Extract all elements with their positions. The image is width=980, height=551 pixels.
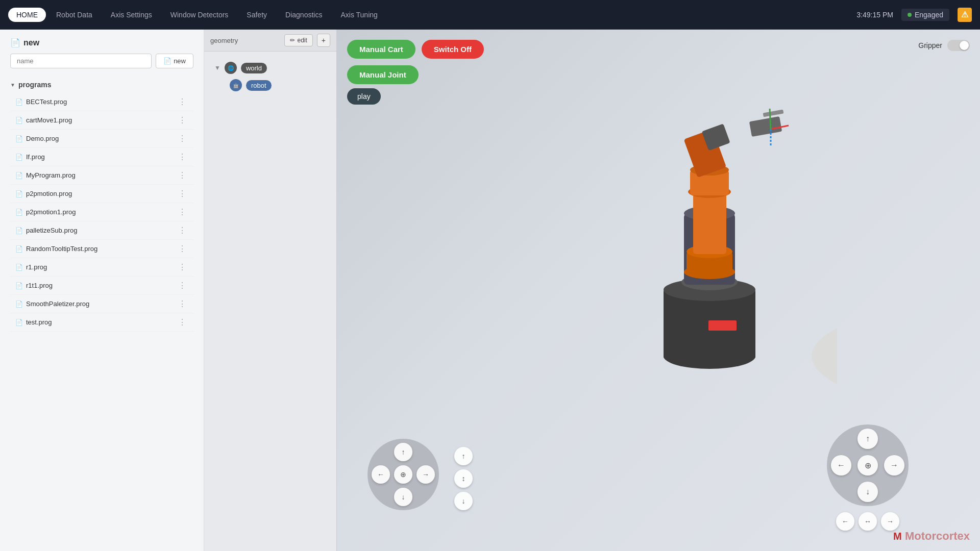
prog-name-text: BECTest.prog bbox=[26, 98, 67, 106]
control-bar: Manual Cart Switch Off bbox=[347, 40, 484, 59]
robot-label: robot bbox=[246, 80, 272, 91]
hpad-left-btn[interactable]: ← bbox=[836, 512, 854, 531]
file-icon: 📄 bbox=[15, 190, 23, 197]
manual-cart-button[interactable]: Manual Cart bbox=[347, 40, 415, 59]
new-section-label: 📄 new bbox=[10, 38, 193, 47]
list-item[interactable]: 📄Demo.prog ⋮ bbox=[10, 130, 193, 148]
joystick-mid: ↑ ↕ ↓ bbox=[454, 447, 473, 510]
new-button[interactable]: 📄 new bbox=[156, 54, 193, 68]
mid-content: ▼ 🌐 world 🤖 robot bbox=[204, 52, 336, 551]
edit-label: edit bbox=[297, 37, 307, 44]
jpad-lg-down-btn[interactable]: ↓ bbox=[857, 482, 878, 502]
tree-node-robot[interactable]: 🤖 robot bbox=[230, 79, 326, 91]
list-item[interactable]: 📄palletizeSub.prog ⋮ bbox=[10, 221, 193, 240]
prog-menu-btn[interactable]: ⋮ bbox=[176, 299, 188, 309]
tree-node-world[interactable]: ▼ 🌐 world bbox=[214, 62, 326, 74]
prog-menu-btn[interactable]: ⋮ bbox=[176, 281, 188, 290]
play-button[interactable]: play bbox=[347, 88, 381, 105]
prog-name-text: Demo.prog bbox=[26, 135, 59, 142]
gripper-toggle[interactable] bbox=[947, 40, 970, 51]
list-item[interactable]: 📄r1t1.prog ⋮ bbox=[10, 277, 193, 295]
gripper-label: Gripper bbox=[918, 41, 942, 49]
engaged-badge: Engaged bbox=[901, 9, 949, 21]
list-item[interactable]: 📄MyProgram.prog ⋮ bbox=[10, 166, 193, 185]
jpad-up-btn[interactable]: ↑ bbox=[394, 443, 412, 461]
jpad-lg-left-btn[interactable]: ← bbox=[831, 455, 851, 475]
hpad-right-btn[interactable]: → bbox=[881, 512, 899, 531]
jpad-center-btn[interactable]: ⊕ bbox=[394, 465, 412, 484]
list-item[interactable]: 📄SmoothPaletizer.prog ⋮ bbox=[10, 295, 193, 313]
nav-robot-data[interactable]: Robot Data bbox=[48, 8, 101, 22]
vpad-center-btn[interactable]: ↕ bbox=[454, 469, 473, 488]
list-item[interactable]: 📄test.prog ⋮ bbox=[10, 313, 193, 332]
vpad-down-btn[interactable]: ↓ bbox=[454, 492, 473, 510]
prog-menu-btn[interactable]: ⋮ bbox=[176, 115, 188, 125]
nav-axis-tuning[interactable]: Axis Tuning bbox=[332, 8, 385, 22]
nav-axis-settings[interactable]: Axis Settings bbox=[103, 8, 160, 22]
jpad-right-btn[interactable]: → bbox=[416, 465, 435, 484]
file-icon: 📄 bbox=[10, 38, 20, 47]
svg-point-21 bbox=[812, 295, 837, 402]
manual-joint-button[interactable]: Manual Joint bbox=[347, 65, 419, 84]
file-icon: 📄 bbox=[15, 264, 23, 271]
warning-icon[interactable]: ⚠ bbox=[958, 8, 972, 22]
nav-window-detectors[interactable]: Window Detectors bbox=[162, 8, 237, 22]
robot-3d-view bbox=[582, 70, 837, 402]
list-item[interactable]: 📄p2pmotion1.prog ⋮ bbox=[10, 203, 193, 221]
prog-menu-btn[interactable]: ⋮ bbox=[176, 207, 188, 217]
prog-menu-btn[interactable]: ⋮ bbox=[176, 226, 188, 235]
engaged-label: Engaged bbox=[915, 11, 943, 19]
programs-header[interactable]: ▼ programs bbox=[10, 81, 193, 89]
svg-line-18 bbox=[770, 109, 771, 129]
prog-menu-btn[interactable]: ⋮ bbox=[176, 244, 188, 254]
jpad-xy: ↑ ↓ ← → ⊕ bbox=[368, 439, 439, 510]
prog-name-text: r1.prog bbox=[26, 263, 47, 271]
file-icon: 📄 bbox=[15, 98, 23, 106]
name-input[interactable] bbox=[10, 54, 152, 68]
file-icon: 📄 bbox=[15, 209, 23, 216]
prog-name-text: p2pmotion.prog bbox=[26, 190, 72, 197]
edit-button[interactable]: ✏ edit bbox=[284, 34, 312, 46]
svg-rect-15 bbox=[749, 116, 782, 137]
viewport[interactable]: Manual Cart Switch Off Manual Joint play… bbox=[337, 30, 980, 551]
hpad-center-btn[interactable]: ↔ bbox=[859, 512, 877, 531]
list-item[interactable]: 📄If.prog ⋮ bbox=[10, 148, 193, 166]
gripper-row: Gripper bbox=[918, 40, 970, 51]
geometry-label: geometry bbox=[210, 37, 280, 44]
list-item[interactable]: 📄p2pmotion.prog ⋮ bbox=[10, 185, 193, 203]
prog-menu-btn[interactable]: ⋮ bbox=[176, 97, 188, 107]
jpad-lg-center-btn[interactable]: ⊕ bbox=[857, 455, 878, 475]
prog-menu-btn[interactable]: ⋮ bbox=[176, 134, 188, 143]
prog-menu-btn[interactable]: ⋮ bbox=[176, 170, 188, 180]
new-btn-label: new bbox=[174, 57, 186, 65]
list-item[interactable]: 📄cartMove1.prog ⋮ bbox=[10, 111, 193, 130]
nav-diagnostics[interactable]: Diagnostics bbox=[277, 8, 330, 22]
file-icon: 📄 bbox=[15, 117, 23, 124]
vpad-up-btn[interactable]: ↑ bbox=[454, 447, 473, 465]
jpad-lg-right-btn[interactable]: → bbox=[884, 455, 904, 475]
prog-menu-btn[interactable]: ⋮ bbox=[176, 152, 188, 162]
joystick-right: ↑ ↓ ← → ⊕ ← ↔ → bbox=[827, 424, 909, 531]
prog-menu-btn[interactable]: ⋮ bbox=[176, 317, 188, 327]
nav-home[interactable]: HOME bbox=[8, 8, 46, 22]
list-item[interactable]: 📄BECTest.prog ⋮ bbox=[10, 93, 193, 111]
jpad-lg-up-btn[interactable]: ↑ bbox=[857, 429, 878, 449]
file-icon: 📄 bbox=[15, 154, 23, 161]
prog-menu-btn[interactable]: ⋮ bbox=[176, 189, 188, 198]
add-geometry-button[interactable]: + bbox=[317, 34, 330, 47]
toggle-knob bbox=[960, 41, 969, 50]
prog-name-text: MyProgram.prog bbox=[26, 171, 76, 179]
file-icon: 📄 bbox=[15, 319, 23, 326]
motorcortex-logo: M Motorcortex bbox=[893, 530, 970, 543]
vpad-z: ↑ ↕ ↓ bbox=[454, 447, 473, 510]
nav-safety[interactable]: Safety bbox=[238, 8, 275, 22]
mid-toolbar: geometry ✏ edit + bbox=[204, 30, 336, 52]
hpad-row: ← ↔ → bbox=[827, 512, 909, 531]
jpad-down-btn[interactable]: ↓ bbox=[394, 488, 412, 506]
list-item[interactable]: 📄r1.prog ⋮ bbox=[10, 258, 193, 277]
switch-off-button[interactable]: Switch Off bbox=[422, 40, 484, 59]
list-item[interactable]: 📄RandomTooltipTest.prog ⋮ bbox=[10, 240, 193, 258]
mid-panel: geometry ✏ edit + ▼ 🌐 world 🤖 robot bbox=[204, 30, 337, 551]
jpad-left-btn[interactable]: ← bbox=[372, 465, 390, 484]
prog-menu-btn[interactable]: ⋮ bbox=[176, 262, 188, 272]
